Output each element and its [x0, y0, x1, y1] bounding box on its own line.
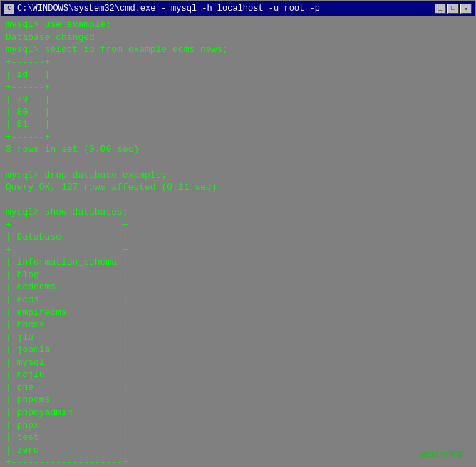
- window-title: C:\WINDOWS\system32\cmd.exe - mysql -h l…: [17, 4, 320, 14]
- terminal-output: mysql> use example; Database changed mys…: [6, 19, 470, 466]
- watermark: @51CTO博客_: [420, 449, 469, 460]
- terminal-body[interactable]: mysql> use example; Database changed mys…: [1, 16, 475, 466]
- title-bar-title-area: C C:\WINDOWS\system32\cmd.exe - mysql -h…: [4, 4, 320, 14]
- title-bar: C C:\WINDOWS\system32\cmd.exe - mysql -h…: [1, 1, 475, 16]
- window-icon: C: [4, 4, 14, 14]
- close-button[interactable]: ✕: [460, 4, 472, 14]
- cmd-window: C C:\WINDOWS\system32\cmd.exe - mysql -h…: [0, 0, 476, 467]
- window-controls: _ □ ✕: [435, 4, 472, 14]
- minimize-button[interactable]: _: [435, 4, 446, 14]
- maximize-button[interactable]: □: [447, 4, 459, 14]
